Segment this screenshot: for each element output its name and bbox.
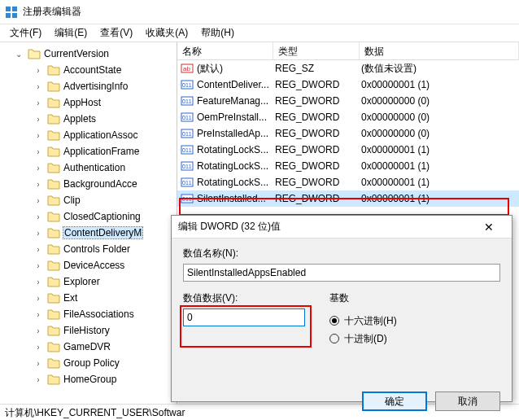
tree-item[interactable]: › ContentDeliveryM <box>0 225 177 241</box>
header-type[interactable]: 类型 <box>273 42 360 59</box>
folder-icon <box>47 374 60 385</box>
tree-item[interactable]: › AppHost <box>0 94 177 111</box>
menu-help[interactable]: 帮助(H) <box>196 24 239 42</box>
value-data-input[interactable] <box>183 308 305 326</box>
tree-panel[interactable]: ⌄ CurrentVersion › AccountState› Adverti… <box>0 42 177 404</box>
tree-item[interactable]: › BackgroundAcce <box>0 176 177 192</box>
folder-icon <box>47 146 60 157</box>
value-row[interactable]: 011 PreInstalledAp... REG_DWORD 0x000000… <box>177 125 519 142</box>
value-data: (数值未设置) <box>361 62 519 76</box>
binary-value-icon: 011 <box>181 160 194 173</box>
tree-item[interactable]: › ClosedCaptioning <box>0 208 177 225</box>
value-row[interactable]: 011 RotatingLockS... REG_DWORD 0x0000000… <box>177 158 519 174</box>
tree-item-label: Ext <box>63 292 77 304</box>
close-button[interactable]: ✕ <box>473 221 505 234</box>
expand-icon[interactable]: › <box>33 66 44 75</box>
expand-icon[interactable]: › <box>33 375 44 384</box>
expand-icon[interactable]: › <box>33 310 44 319</box>
expand-icon[interactable]: › <box>33 180 44 189</box>
value-data: 0x00000001 (1) <box>361 79 519 90</box>
tree-item[interactable]: › ApplicationFrame <box>0 143 177 160</box>
menu-edit[interactable]: 编辑(E) <box>50 24 92 42</box>
tree-item[interactable]: › FileAssociations <box>0 306 177 322</box>
cancel-button[interactable]: 取消 <box>435 392 500 411</box>
value-row[interactable]: 011 RotatingLockS... REG_DWORD 0x0000000… <box>177 142 519 158</box>
value-name: RotatingLockS... <box>197 144 275 155</box>
expand-icon[interactable]: › <box>33 131 44 140</box>
svg-text:011: 011 <box>182 82 192 88</box>
tree-item[interactable]: › Group Policy <box>0 355 177 371</box>
tree-item-label: ClosedCaptioning <box>63 211 141 222</box>
svg-text:011: 011 <box>182 147 192 153</box>
value-row[interactable]: 011 SilentInstalled... REG_DWORD 0x00000… <box>177 190 519 207</box>
value-name-input[interactable] <box>183 264 500 282</box>
value-row[interactable]: ab (默认) REG_SZ (数值未设置) <box>177 60 519 77</box>
ok-button[interactable]: 确定 <box>362 392 427 411</box>
header-name[interactable]: 名称 <box>177 42 273 59</box>
expand-icon[interactable]: › <box>33 212 44 221</box>
tree-item[interactable]: › AdvertisingInfo <box>0 78 177 94</box>
folder-icon <box>47 129 60 141</box>
expand-icon[interactable]: › <box>33 359 44 368</box>
tree-item[interactable]: › Explorer <box>0 273 177 290</box>
svg-rect-1 <box>12 7 17 11</box>
radio-dec[interactable]: 十进制(D) <box>329 330 397 348</box>
binary-value-icon: 011 <box>181 143 194 156</box>
expand-icon[interactable]: › <box>33 261 44 270</box>
tree-item[interactable]: › Controls Folder <box>0 241 177 257</box>
tree-item[interactable]: › HomeGroup <box>0 371 177 387</box>
tree-item[interactable]: › DeviceAccess <box>0 257 177 273</box>
value-name: OemPreInstall... <box>197 112 275 123</box>
tree-item[interactable]: › FileHistory <box>0 322 177 339</box>
tree-root[interactable]: ⌄ CurrentVersion <box>0 46 177 62</box>
expand-icon[interactable]: › <box>33 245 44 254</box>
value-name: SilentInstalled... <box>197 193 275 204</box>
tree-item-label: Explorer <box>63 276 100 287</box>
binary-value-icon: 011 <box>181 176 194 189</box>
expand-icon[interactable]: › <box>33 98 44 107</box>
expand-icon[interactable]: › <box>33 164 44 173</box>
radio-dec-label: 十进制(D) <box>344 332 387 346</box>
svg-text:011: 011 <box>182 196 192 202</box>
expand-icon[interactable]: › <box>33 343 44 352</box>
tree-item[interactable]: › Ext <box>0 290 177 306</box>
tree-item-label: Authentication <box>63 162 125 173</box>
tree-item[interactable]: › Clip <box>0 192 177 208</box>
window-title: 注册表编辑器 <box>23 5 81 19</box>
menu-file[interactable]: 文件(F) <box>5 24 46 42</box>
svg-text:011: 011 <box>182 164 192 169</box>
radio-hex[interactable]: 十六进制(H) <box>329 312 397 330</box>
expand-icon[interactable]: › <box>33 115 44 124</box>
status-path: 计算机\HKEY_CURRENT_USER\Softwar <box>5 407 185 418</box>
value-row[interactable]: 011 ContentDeliver... REG_DWORD 0x000000… <box>177 77 519 93</box>
tree-item[interactable]: › Authentication <box>0 160 177 176</box>
svg-rect-0 <box>6 7 11 11</box>
value-row[interactable]: 011 OemPreInstall... REG_DWORD 0x0000000… <box>177 109 519 125</box>
tree-item[interactable]: › Applets <box>0 111 177 127</box>
titlebar: 注册表编辑器 <box>0 0 519 24</box>
svg-rect-3 <box>12 13 17 18</box>
expand-icon[interactable]: › <box>33 147 44 156</box>
expand-icon[interactable]: › <box>33 196 44 205</box>
value-data: 0x00000001 (1) <box>361 177 519 188</box>
menu-fav[interactable]: 收藏夹(A) <box>141 24 193 42</box>
tree-item[interactable]: › GameDVR <box>0 339 177 355</box>
collapse-icon[interactable]: ⌄ <box>13 50 24 59</box>
expand-icon[interactable]: › <box>33 294 44 303</box>
tree-item[interactable]: › ApplicationAssoc <box>0 127 177 143</box>
value-type: REG_DWORD <box>275 112 361 123</box>
value-data: 0x00000001 (1) <box>361 193 519 204</box>
value-row[interactable]: 011 FeatureManag... REG_DWORD 0x00000000… <box>177 93 519 109</box>
value-type: REG_SZ <box>275 63 361 74</box>
expand-icon[interactable]: › <box>33 326 44 335</box>
expand-icon[interactable]: › <box>33 229 44 238</box>
tree-item[interactable]: › AccountState <box>0 62 177 78</box>
expand-icon[interactable]: › <box>33 278 44 287</box>
base-label: 基数 <box>329 291 397 305</box>
svg-text:011: 011 <box>182 131 192 137</box>
header-data[interactable]: 数据 <box>360 42 519 59</box>
expand-icon[interactable]: › <box>33 82 44 91</box>
menu-view[interactable]: 查看(V) <box>95 24 137 42</box>
value-name-label: 数值名称(N): <box>183 247 500 260</box>
value-row[interactable]: 011 RotatingLockS... REG_DWORD 0x0000000… <box>177 174 519 190</box>
